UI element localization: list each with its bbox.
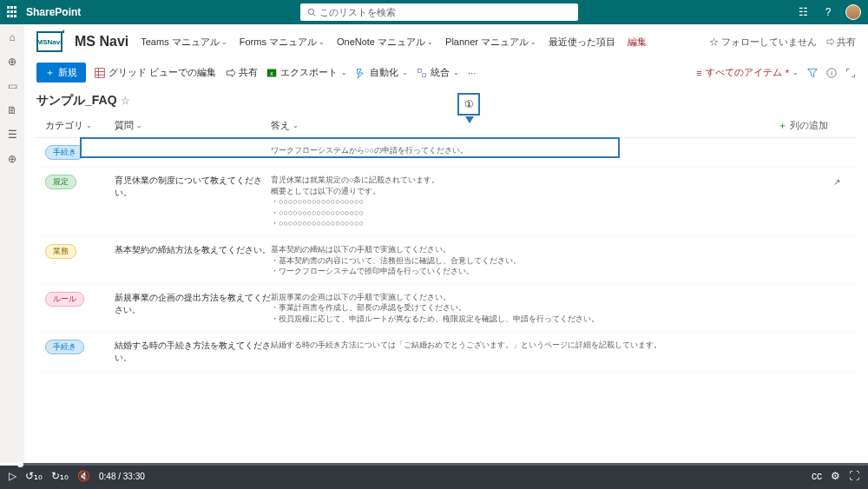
- annotation-callout-1: ①: [457, 93, 480, 116]
- table-row[interactable]: 業務基本契約の締結方法を教えてください。基本契約の締結は以下の手順で実施してくだ…: [36, 237, 856, 285]
- chevron-down-icon: ⌄: [427, 38, 433, 46]
- follow-button[interactable]: ☆ フォローしていません: [709, 36, 817, 49]
- chevron-down-icon: ⌄: [402, 69, 408, 76]
- search-icon: [307, 8, 316, 17]
- share-button[interactable]: 共有: [225, 66, 258, 79]
- nav-planner[interactable]: Planner マニュアル⌄: [445, 36, 536, 49]
- category-tag: 手続き: [45, 145, 84, 160]
- globe-icon[interactable]: ⊕: [6, 56, 18, 68]
- command-bar: ＋新規 グリッド ビューでの編集 共有 xエクスポート⌄ 自動化⌄ 統合⌄ ··…: [24, 59, 868, 86]
- info-button[interactable]: i: [826, 68, 837, 78]
- export-button[interactable]: xエクスポート⌄: [266, 66, 347, 79]
- video-progress-track[interactable]: [0, 463, 868, 466]
- filter-icon: [807, 68, 818, 78]
- question-cell: 新規事業の企画の提出方法を教えてください。: [115, 292, 271, 325]
- nav-forms[interactable]: Forms マニュアル⌄: [240, 36, 325, 49]
- open-link-icon[interactable]: ↗: [833, 176, 840, 188]
- grid-edit-button[interactable]: グリッド ビューでの編集: [95, 66, 216, 79]
- category-tag: 業務: [45, 244, 76, 259]
- expand-icon: [845, 68, 856, 78]
- info-icon: i: [826, 68, 837, 78]
- user-avatar[interactable]: [845, 4, 861, 20]
- help-icon[interactable]: ?: [821, 5, 835, 19]
- table-row[interactable]: 手続き結婚する時の手続き方法を教えてください。結婚する時の手続き方法については「…: [36, 333, 856, 372]
- more-button[interactable]: ···: [468, 68, 476, 78]
- nav-edit[interactable]: 編集: [628, 36, 647, 49]
- chevron-down-icon: ⌄: [86, 122, 92, 129]
- question-cell: 結婚する時の手続き方法を教えてください。: [115, 340, 271, 364]
- svg-point-0: [308, 9, 313, 14]
- answer-cell: 基本契約の締結は以下の手順で実施してください。・基本契約書の内容について、法務担…: [271, 244, 847, 277]
- nav-teams[interactable]: Teams マニュアル⌄: [141, 36, 227, 49]
- answer-cell: 育児休業は就業規定の○条に記載されています。概要としては以下の通りです。・○○○…: [271, 175, 847, 229]
- question-cell: 育児休業の制度について教えてください。: [115, 175, 271, 229]
- excel-icon: x: [266, 68, 277, 78]
- chevron-down-icon: ⌄: [792, 69, 799, 76]
- search-placeholder: このリストを検索: [319, 6, 396, 19]
- video-time: 0:48 / 33:30: [99, 472, 145, 481]
- question-cell: 基本契約の締結方法を教えてください。: [115, 244, 271, 277]
- svg-rect-8: [418, 69, 422, 72]
- svg-rect-2: [95, 68, 105, 77]
- answer-cell: 新規事業の企画は以下の手順で実施してください。・事業計画書を作成し、部長の承認を…: [271, 292, 847, 325]
- new-button[interactable]: ＋新規: [36, 63, 86, 83]
- answer-cell: 結婚する時の手続き方法については「ご結婚おめでとうございます。」というページに詳…: [271, 340, 847, 364]
- site-nav: Teams マニュアル⌄ Forms マニュアル⌄ OneNote マニュアル⌄…: [141, 36, 647, 49]
- table-row[interactable]: 規定育児休業の制度について教えてください。育児休業は就業規定の○条に記載されてい…: [36, 168, 856, 237]
- view-selector[interactable]: ≡ すべてのアイテム*⌄: [696, 66, 799, 79]
- chevron-down-icon: ⌄: [341, 69, 347, 76]
- add-column-button[interactable]: ＋列の追加: [778, 119, 847, 132]
- flow-icon: [356, 68, 366, 78]
- site-share-button[interactable]: 共有: [825, 36, 856, 49]
- content-area: サンプル_FAQ☆ ① カテゴリ⌄ 質問⌄ 答え⌄ ＋列の追加 手続き○○の手続…: [24, 86, 868, 379]
- answer-cell: ワークフローシステムから○○の申請を行ってください。: [271, 145, 847, 160]
- automate-button[interactable]: 自動化⌄: [356, 66, 408, 79]
- expand-button[interactable]: [845, 68, 856, 78]
- nav-onenote[interactable]: OneNote マニュアル⌄: [337, 36, 433, 49]
- chevron-down-icon: ⌄: [136, 122, 142, 129]
- annotation-pointer: [465, 116, 474, 123]
- chevron-down-icon: ⌄: [221, 38, 227, 46]
- rewind-button[interactable]: ↺₁₀: [25, 470, 43, 482]
- category-tag: 規定: [45, 175, 76, 189]
- create-icon[interactable]: ⊕: [6, 153, 18, 165]
- integrate-button[interactable]: 統合⌄: [417, 66, 459, 79]
- svg-rect-9: [423, 73, 426, 76]
- list-icon[interactable]: ☰: [6, 129, 18, 141]
- teams-icon[interactable]: ☷: [797, 5, 811, 19]
- files-icon[interactable]: ▭: [6, 80, 18, 92]
- category-tag: 手続き: [45, 340, 84, 354]
- site-logo[interactable]: MSNavi: [36, 31, 62, 52]
- chevron-down-icon: ⌄: [319, 38, 325, 46]
- home-icon[interactable]: ⌂: [6, 31, 18, 43]
- news-icon[interactable]: 🗎: [6, 104, 18, 116]
- captions-button[interactable]: cc: [812, 470, 822, 482]
- search-input[interactable]: このリストを検索: [300, 3, 578, 21]
- favorite-star-icon[interactable]: ☆: [121, 95, 130, 107]
- app-rail: ⌂ ⊕ ▭ 🗎 ☰ ⊕: [0, 24, 24, 463]
- table-row[interactable]: ルール新規事業の企画の提出方法を教えてください。新規事業の企画は以下の手順で実施…: [36, 285, 856, 333]
- app-launcher-icon[interactable]: [7, 6, 19, 18]
- site-title[interactable]: MS Navi: [75, 34, 128, 50]
- fullscreen-button[interactable]: ⛶: [849, 470, 859, 482]
- column-header-question[interactable]: 質問⌄: [115, 119, 271, 132]
- chevron-down-icon: ⌄: [293, 122, 299, 129]
- svg-text:i: i: [831, 69, 832, 77]
- suite-bar: SharePoint このリストを検索 ☷ ?: [0, 0, 868, 24]
- volume-button[interactable]: 🔇: [77, 470, 90, 482]
- video-player-bar: ▷ ↺₁₀ ↻₁₀ 🔇 0:48 / 33:30 cc ⚙ ⛶: [0, 463, 868, 489]
- integrate-icon: [417, 68, 427, 78]
- column-header-category[interactable]: カテゴリ⌄: [45, 119, 115, 132]
- forward-button[interactable]: ↻₁₀: [51, 470, 69, 482]
- grid-icon: [95, 68, 105, 78]
- play-button[interactable]: ▷: [9, 470, 16, 482]
- category-tag: ルール: [45, 292, 84, 307]
- share-icon: [825, 37, 834, 46]
- video-progress-fill: [0, 463, 21, 466]
- share-icon: [225, 68, 235, 78]
- suite-app-name: SharePoint: [26, 6, 81, 18]
- column-header-answer[interactable]: 答え⌄: [271, 119, 778, 132]
- settings-button[interactable]: ⚙: [831, 470, 840, 482]
- nav-recent[interactable]: 最近使った項目: [549, 36, 615, 49]
- filter-button[interactable]: [807, 68, 818, 78]
